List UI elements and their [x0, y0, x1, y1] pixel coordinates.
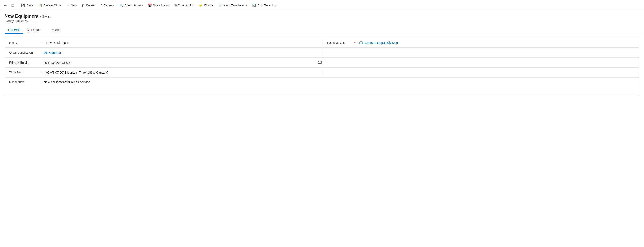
description-label: Description	[5, 78, 41, 86]
form-left-org: Organizational Unit Contoso	[5, 48, 322, 58]
run-report-chevron-icon: ▾	[274, 4, 276, 6]
check-access-icon: 🔍	[119, 4, 124, 8]
check-access-button[interactable]: 🔍 Check Access	[117, 2, 145, 9]
refresh-button[interactable]: ↺ Refresh	[98, 2, 116, 9]
save-icon: 💾	[21, 4, 25, 8]
save-button[interactable]: 💾 Save	[19, 2, 36, 9]
business-unit-required: *	[354, 41, 355, 44]
tabs: General Work Hours Related	[0, 24, 644, 34]
run-report-button[interactable]: 📊 Run Report ▾	[250, 2, 278, 9]
svg-rect-9	[318, 61, 322, 63]
form-right-org-empty	[322, 48, 639, 58]
page-title: New Equipment	[4, 14, 38, 19]
back-button[interactable]: ←	[2, 2, 9, 9]
name-label: Name	[5, 39, 41, 46]
primary-email-label: Primary Email	[5, 58, 41, 66]
toolbar-separator	[17, 3, 18, 8]
form-right-bu: Business Unit * Contoso Repair division	[322, 38, 639, 48]
form-row-org-unit: Organizational Unit Contoso	[5, 48, 639, 58]
new-icon: ＋	[66, 3, 70, 8]
flow-chevron-icon: ▾	[212, 4, 213, 6]
toolbar: ← ❐ 💾 Save 📋 Save & Close ＋ New 🗑 Delete…	[0, 0, 644, 11]
business-unit-value[interactable]: Contoso Repair division	[356, 38, 639, 47]
svg-rect-2	[45, 51, 46, 52]
primary-email-value[interactable]: contoso@gmail.com	[41, 58, 316, 67]
name-required: *	[41, 41, 42, 44]
word-templates-icon: 📄	[218, 4, 222, 8]
tab-work-hours[interactable]: Work Hours	[23, 26, 47, 34]
time-zone-value[interactable]: (GMT-07:00) Mountain Time (US & Canada)	[44, 68, 322, 76]
svg-rect-4	[46, 53, 47, 54]
email-compose-icon[interactable]	[318, 60, 322, 65]
form-container: Name * New Equipment Business Unit * Con…	[4, 38, 640, 96]
flow-button[interactable]: ⚡ Flow ▾	[196, 2, 215, 9]
business-unit-label: Business Unit	[322, 39, 354, 46]
tab-related[interactable]: Related	[47, 26, 65, 34]
org-unit-value[interactable]: Contoso	[41, 48, 322, 57]
work-hours-icon: 📅	[148, 4, 152, 8]
form-row-timezone: Time Zone * (GMT-07:00) Mountain Time (U…	[5, 68, 639, 78]
org-unit-icon	[44, 50, 48, 55]
email-link-icon: ✉	[174, 4, 177, 8]
form-right-timezone-empty	[322, 68, 639, 77]
business-unit-icon	[359, 41, 363, 45]
form-left-timezone: Time Zone * (GMT-07:00) Mountain Time (U…	[5, 68, 322, 77]
email-link-button[interactable]: ✉ Email a Link	[172, 2, 196, 9]
save-close-icon: 📋	[38, 4, 42, 8]
email-field-wrap: contoso@gmail.com	[41, 58, 322, 67]
window-button[interactable]: ❐	[10, 2, 16, 8]
refresh-icon: ↺	[100, 4, 102, 8]
time-zone-required: *	[41, 71, 42, 74]
delete-button[interactable]: 🗑 Delete	[79, 2, 97, 8]
description-value[interactable]: New equipment for repair service	[41, 78, 639, 86]
svg-rect-3	[44, 53, 45, 54]
work-hours-button[interactable]: 📅 Work Hours	[146, 2, 171, 9]
time-zone-label: Time Zone	[5, 68, 41, 76]
svg-rect-1	[360, 41, 362, 42]
form-row-description: Description New equipment for repair ser…	[5, 78, 639, 96]
page-header: New Equipment - Saved Facility/Equipment	[0, 11, 644, 22]
form-row-name: Name * New Equipment Business Unit * Con…	[5, 38, 639, 48]
word-templates-button[interactable]: 📄 Word Templates ▾	[216, 2, 250, 9]
word-templates-chevron-icon: ▾	[246, 4, 247, 6]
org-unit-label: Organizational Unit	[5, 48, 41, 56]
delete-icon: 🗑	[82, 4, 85, 7]
form-row-email: Primary Email contoso@gmail.com	[5, 58, 639, 68]
run-report-icon: 📊	[252, 4, 256, 8]
page-subtitle: Facility/Equipment	[4, 19, 640, 22]
form-right-email-empty	[322, 58, 639, 67]
form-left-email: Primary Email contoso@gmail.com	[5, 58, 322, 67]
flow-icon: ⚡	[199, 4, 203, 8]
form-left-name: Name * New Equipment	[5, 38, 322, 48]
new-button[interactable]: ＋ New	[64, 2, 79, 9]
tab-general[interactable]: General	[4, 26, 23, 34]
page-saved-status: - Saved	[40, 15, 51, 18]
name-value[interactable]: New Equipment	[44, 39, 322, 47]
save-close-button[interactable]: 📋 Save & Close	[36, 2, 64, 9]
